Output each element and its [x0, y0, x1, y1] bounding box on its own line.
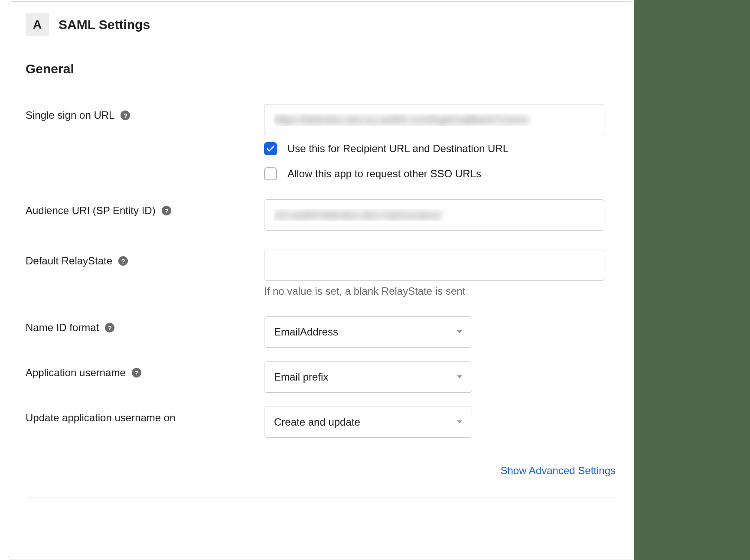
row-sso-url: Single sign on URL ? Use this for Recipi…	[26, 104, 616, 180]
label-sso-url: Single sign on URL	[26, 109, 114, 121]
input-sso-url[interactable]	[264, 104, 604, 135]
panel-title: SAML Settings	[59, 17, 150, 32]
select-app-username[interactable]: Email prefix	[264, 361, 472, 393]
label-update-on: Update application username on	[26, 412, 176, 424]
label-audience-uri: Audience URI (SP Entity ID)	[26, 205, 156, 217]
row-relay-state: Default RelayState ? If no value is set,…	[26, 250, 616, 297]
divider	[26, 498, 616, 498]
row-app-username: Application username ? Email prefix	[26, 361, 616, 393]
side-stripe	[634, 0, 750, 560]
label-app-username: Application username	[26, 367, 126, 379]
saml-settings-panel: A SAML Settings General Single sign on U…	[8, 1, 634, 560]
panel-header: A SAML Settings	[26, 13, 616, 36]
input-audience-uri[interactable]	[264, 199, 604, 231]
checkbox-allow-other-sso[interactable]	[264, 167, 277, 180]
label-relay-state: Default RelayState	[26, 255, 112, 267]
label-name-id: Name ID format	[26, 322, 99, 334]
select-update-on[interactable]: Create and update	[264, 407, 472, 438]
help-icon[interactable]: ?	[105, 323, 114, 332]
checkbox-label-recipient: Use this for Recipient URL and Destinati…	[287, 143, 509, 155]
row-audience-uri: Audience URI (SP Entity ID) ?	[26, 199, 616, 231]
checkbox-label-other-sso: Allow this app to request other SSO URLs	[287, 168, 481, 180]
help-icon[interactable]: ?	[162, 206, 171, 215]
help-icon[interactable]: ?	[132, 368, 141, 378]
row-update-username-on: Update application username on Create an…	[26, 407, 616, 438]
show-advanced-settings-link[interactable]: Show Advanced Settings	[500, 465, 616, 477]
select-name-id-format[interactable]: EmailAddress	[264, 316, 472, 348]
input-relay-state[interactable]	[264, 250, 604, 281]
help-icon[interactable]: ?	[118, 256, 128, 266]
hint-relay-state: If no value is set, a blank RelayState i…	[264, 285, 604, 297]
header-badge: A	[26, 13, 49, 36]
section-title-general: General	[26, 62, 616, 76]
checkbox-use-recipient-url[interactable]	[264, 142, 277, 155]
help-icon[interactable]: ?	[121, 111, 130, 120]
row-name-id-format: Name ID format ? EmailAddress	[26, 316, 616, 348]
